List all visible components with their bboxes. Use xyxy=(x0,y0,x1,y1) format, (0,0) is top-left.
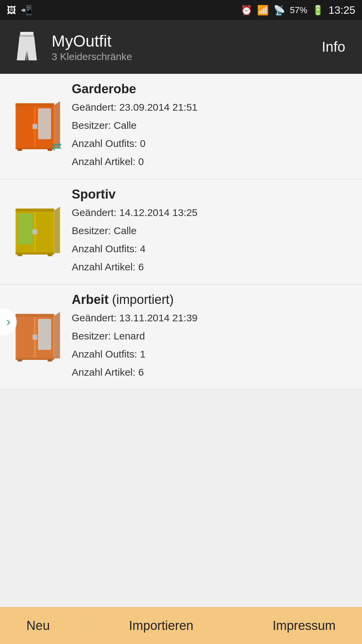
tablet-icon: 📲 xyxy=(21,5,33,16)
svg-marker-24 xyxy=(54,207,60,253)
svg-rect-31 xyxy=(15,314,54,317)
svg-rect-22 xyxy=(17,254,22,256)
svg-rect-11 xyxy=(17,148,22,151)
alarm-icon: ⏰ xyxy=(241,5,252,16)
wardrobe-item-sportiv[interactable]: Sportiv Geändert: 14.12.2014 13:25 Besit… xyxy=(0,179,362,284)
wardrobe-count: 3 Kleiderschränke xyxy=(52,51,315,62)
svg-rect-26 xyxy=(16,316,34,357)
wardrobe-name-arbeit: Arbeit (importiert) xyxy=(72,292,354,307)
svg-rect-6 xyxy=(38,108,51,139)
svg-rect-19 xyxy=(35,229,37,234)
svg-rect-29 xyxy=(33,334,35,339)
status-bar: 🖼 📲 ⏰ 📶 📡 57% 🔋 13:25 xyxy=(0,0,362,20)
wardrobe-info-sportiv: Sportiv Geändert: 14.12.2014 13:25 Besit… xyxy=(72,187,354,276)
wardrobe-name-sportiv: Sportiv xyxy=(72,187,354,202)
status-time: 13:25 xyxy=(328,4,355,16)
status-left-icons: 🖼 📲 xyxy=(7,5,33,16)
svg-rect-30 xyxy=(35,334,37,339)
svg-rect-16 xyxy=(36,211,53,252)
wardrobe-info-garderobe: Garderobe Geändert: 23.09.2014 21:51 Bes… xyxy=(72,82,354,171)
svg-rect-33 xyxy=(17,359,22,361)
header-text-block: MyOutfit 3 Kleiderschränke xyxy=(52,32,315,62)
wardrobe-item-garderobe[interactable]: ⇄ Garderobe Geändert: 23.09.2014 21:51 B… xyxy=(0,74,362,179)
wardrobe-info-arbeit: Arbeit (importiert) Geändert: 13.11.2014… xyxy=(72,292,354,381)
wardrobe-meta-sportiv: Geändert: 14.12.2014 13:25 Besitzer: Cal… xyxy=(72,204,354,276)
neu-button[interactable]: Neu xyxy=(13,615,63,636)
svg-rect-9 xyxy=(15,103,54,106)
svg-rect-7 xyxy=(33,123,35,129)
svg-rect-23 xyxy=(48,254,52,256)
svg-rect-28 xyxy=(38,319,51,350)
sportiv-wardrobe-icon xyxy=(10,207,60,257)
app-logo-icon xyxy=(10,30,44,64)
svg-rect-4 xyxy=(16,106,34,147)
svg-rect-20 xyxy=(15,208,54,211)
wardrobe-thumb-sportiv xyxy=(8,205,62,259)
info-button[interactable]: Info xyxy=(315,36,352,58)
importieren-button[interactable]: Importieren xyxy=(116,615,207,636)
app-footer: Neu Importieren Impressum xyxy=(0,607,362,644)
footer-divider-1 xyxy=(89,616,89,636)
svg-rect-18 xyxy=(33,229,35,234)
sync-icon: ⇄ xyxy=(52,139,62,153)
app-header: MyOutfit 3 Kleiderschränke Info xyxy=(0,20,362,74)
impressum-button[interactable]: Impressum xyxy=(259,615,349,636)
wifi-icon: 📶 xyxy=(257,5,269,16)
svg-rect-17 xyxy=(18,213,33,244)
svg-rect-0 xyxy=(20,32,34,35)
wardrobe-meta-garderobe: Geändert: 23.09.2014 21:51 Besitzer: Cal… xyxy=(72,98,354,171)
wardrobe-item-arbeit[interactable]: ← Arbeit (importiert) Geändert: 13.11.20… xyxy=(0,284,362,390)
footer-divider-2 xyxy=(233,616,233,636)
svg-rect-1 xyxy=(19,35,34,37)
app-title: MyOutfit xyxy=(52,32,315,51)
wardrobe-thumb-garderobe: ⇄ xyxy=(8,100,62,153)
battery-icon: 🔋 xyxy=(312,5,324,16)
wardrobe-list: ⇄ Garderobe Geändert: 23.09.2014 21:51 B… xyxy=(0,74,362,607)
wardrobe-name-garderobe: Garderobe xyxy=(72,82,354,96)
signal-icon: 📡 xyxy=(274,5,285,16)
wardrobe-meta-arbeit: Geändert: 13.11.2014 21:39 Besitzer: Len… xyxy=(72,309,354,381)
import-icon: ← xyxy=(50,350,62,364)
status-right-icons: ⏰ 📶 📡 57% 🔋 13:25 xyxy=(241,4,355,16)
battery-percentage: 57% xyxy=(290,5,307,15)
svg-rect-8 xyxy=(35,123,37,129)
picture-icon: 🖼 xyxy=(7,5,16,16)
